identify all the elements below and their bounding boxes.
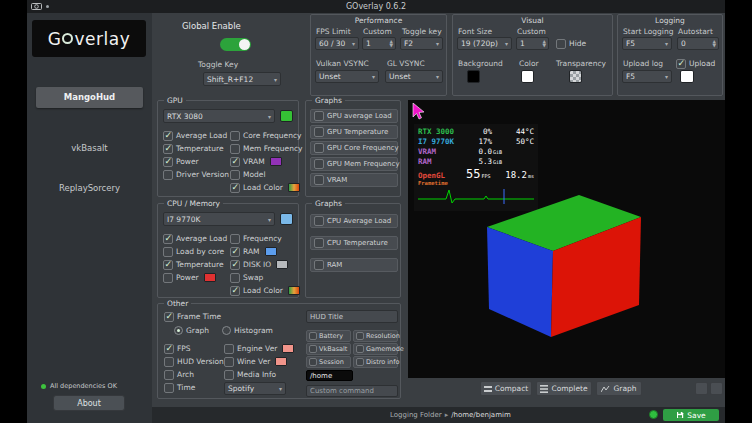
upload-checkbox[interactable]: Upload — [676, 57, 715, 70]
checkbox-gpu-average-load[interactable]: GPU average Load — [310, 109, 398, 123]
camera-icon[interactable] — [31, 2, 42, 10]
global-enable-toggle[interactable] — [220, 38, 251, 51]
checkbox-gpu-mem-frequency[interactable]: GPU Mem Frequency — [310, 157, 398, 171]
logging-folder-value[interactable]: /home/benjamim — [451, 411, 511, 419]
histogram-radio[interactable]: Histogram — [222, 324, 273, 337]
checkbox-time[interactable]: Time — [164, 381, 224, 394]
checkbox-box[interactable] — [230, 170, 240, 180]
checkbox-session[interactable]: Session — [306, 356, 351, 368]
preview-extra-button-1[interactable] — [695, 382, 708, 395]
checkbox-gpu-temperature[interactable]: GPU Temperature — [310, 125, 398, 139]
checkbox-power[interactable]: Power — [163, 155, 229, 168]
checkbox-box[interactable] — [230, 260, 240, 270]
checkbox-swap[interactable]: Swap — [230, 271, 300, 284]
complete-button[interactable]: Complete — [536, 381, 592, 396]
graph-button[interactable]: Graph — [596, 381, 642, 396]
gpu-device-select[interactable]: RTX 3080 ▾ — [163, 109, 275, 123]
media-player-select[interactable]: Spotify ▾ — [224, 382, 286, 395]
checkbox-box[interactable] — [164, 357, 174, 367]
checkbox-battery[interactable]: Battery — [306, 330, 351, 342]
checkbox-box[interactable] — [163, 170, 173, 180]
checkbox-box[interactable] — [314, 127, 324, 137]
checkbox-vram[interactable]: VRAM — [230, 155, 303, 168]
hide-checkbox[interactable]: Hide — [556, 37, 586, 50]
spin-down-icon[interactable]: ▼ — [390, 44, 393, 48]
checkbox-temperature[interactable]: Temperature — [163, 258, 227, 271]
sidebar-item-vkbasalt[interactable]: vkBasalt — [27, 143, 152, 153]
checkbox-box[interactable] — [309, 358, 317, 366]
checkbox-box[interactable] — [230, 157, 240, 167]
checkbox-cpu-average-load[interactable]: CPU Average Load — [310, 214, 398, 228]
checkbox-fps[interactable]: FPS — [164, 342, 224, 355]
radio-button[interactable] — [222, 326, 231, 335]
checkbox-box[interactable] — [224, 357, 234, 367]
color-swatch[interactable] — [265, 247, 277, 256]
checkbox-box[interactable] — [314, 111, 324, 121]
color-swatch[interactable] — [288, 183, 300, 192]
text-color-swatch[interactable] — [521, 70, 534, 83]
frame-time-checkbox[interactable]: Frame Time — [164, 310, 221, 323]
checkbox-box[interactable] — [230, 286, 240, 296]
checkbox-box[interactable] — [230, 273, 240, 283]
checkbox-box[interactable] — [314, 216, 324, 226]
checkbox-model[interactable]: Model — [230, 168, 303, 181]
sidebar-item-mangohud[interactable]: MangoHud — [36, 87, 143, 108]
checkbox-box[interactable] — [230, 247, 240, 257]
checkbox-box[interactable] — [164, 344, 174, 354]
checkbox-frequency[interactable]: Frequency — [230, 232, 300, 245]
checkbox-box[interactable] — [309, 345, 317, 353]
color-swatch[interactable] — [270, 157, 282, 166]
color-swatch[interactable] — [204, 273, 216, 282]
checkbox-mem-frequency[interactable]: Mem Frequency — [230, 142, 303, 155]
checkbox-load-by-core[interactable]: Load by core — [163, 245, 227, 258]
checkbox-box[interactable] — [314, 143, 324, 153]
autostart-spinbox[interactable]: 0 ▲▼ — [677, 37, 719, 50]
checkbox-box[interactable] — [163, 273, 173, 283]
checkbox-box[interactable] — [163, 144, 173, 154]
compact-button[interactable]: Compact — [480, 381, 532, 396]
checkbox-box[interactable] — [230, 183, 240, 193]
checkbox-ram[interactable]: RAM — [310, 258, 398, 272]
checkbox-box[interactable] — [230, 131, 240, 141]
checkbox-box[interactable] — [224, 344, 234, 354]
spin-buttons[interactable]: ▲▼ — [543, 40, 546, 48]
sidebar-item-replaysorcery[interactable]: ReplaySorcery — [27, 183, 152, 193]
fps-limit-select[interactable]: 60 / 30 ▾ — [315, 37, 359, 50]
upload-log-select[interactable]: F5 ▾ — [622, 70, 672, 83]
save-button[interactable]: Save — [663, 409, 719, 421]
checkbox-box[interactable] — [309, 332, 317, 340]
color-swatch[interactable] — [275, 357, 287, 366]
checkbox-ram[interactable]: RAM — [230, 245, 300, 258]
checkbox-average-load[interactable]: Average Load — [163, 129, 229, 142]
checkbox-box[interactable] — [163, 131, 173, 141]
spin-down-icon[interactable]: ▼ — [543, 44, 546, 48]
checkbox-box[interactable] — [314, 238, 324, 248]
graph-radio[interactable]: Graph — [174, 324, 209, 337]
checkbox-temperature[interactable]: Temperature — [163, 142, 229, 155]
checkbox-vram[interactable]: VRAM — [310, 173, 398, 187]
checkbox-arch[interactable]: Arch — [164, 368, 224, 381]
checkbox-power[interactable]: Power — [163, 271, 227, 284]
gpu-color-swatch[interactable] — [280, 110, 293, 122]
fps-toggle-key-select[interactable]: F2 ▾ — [400, 37, 443, 50]
checkbox-disk-io[interactable]: DISK IO — [230, 258, 300, 271]
checkbox-box[interactable] — [314, 159, 324, 169]
background-color-swatch[interactable] — [467, 70, 480, 83]
checkbox-box[interactable] — [163, 247, 173, 257]
upload-target-button[interactable] — [680, 70, 694, 83]
checkbox-gamemode[interactable]: Gamemode — [353, 343, 398, 355]
checkbox-box[interactable] — [356, 358, 364, 366]
checkbox-resolution[interactable]: Resolution — [353, 330, 398, 342]
spin-buttons[interactable]: ▲▼ — [713, 40, 716, 48]
gl-vsync-select[interactable]: Unset ▾ — [385, 70, 443, 83]
color-swatch[interactable] — [282, 344, 294, 353]
preview-extra-button-2[interactable] — [710, 382, 723, 395]
spin-buttons[interactable]: ▲▼ — [390, 40, 393, 48]
checkbox-box[interactable] — [163, 157, 173, 167]
fps-custom-spinbox[interactable]: 1 ▲▼ — [362, 37, 396, 50]
custom-command-input[interactable] — [306, 385, 398, 397]
checkbox-distro-info[interactable]: Distro info — [353, 356, 398, 368]
checkbox-box[interactable] — [314, 175, 324, 185]
checkbox-core-frequency[interactable]: Core Frequency — [230, 129, 303, 142]
checkbox-vkbasalt[interactable]: VkBasalt — [306, 343, 351, 355]
